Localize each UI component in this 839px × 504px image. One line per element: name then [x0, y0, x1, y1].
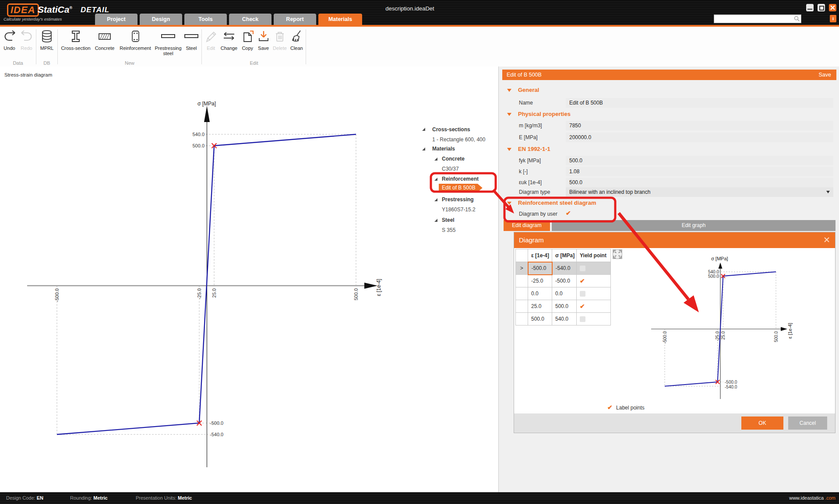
- yield-cell[interactable]: [577, 275, 611, 287]
- mprl-button[interactable]: MPRL: [37, 27, 56, 51]
- statusbar: Design Code: EN Rounding: Metric Present…: [0, 492, 839, 504]
- maximize-button[interactable]: [818, 4, 825, 11]
- expander-icon[interactable]: [422, 147, 425, 150]
- expander-icon[interactable]: [422, 128, 425, 131]
- ribbon-group-db: MPRL DB: [37, 27, 56, 66]
- ribbon-group-edit: Edit Change Copy: [203, 27, 305, 66]
- expander-icon[interactable]: [434, 158, 437, 161]
- titlebar: IDEA StatiCa® DETAIL Calculate yesterday…: [0, 0, 839, 25]
- tree-item-y1860s7[interactable]: Y1860S7-15.2: [442, 206, 476, 213]
- redo-button[interactable]: Redo: [18, 27, 35, 51]
- expander-icon[interactable]: [434, 198, 437, 201]
- cancel-button[interactable]: Cancel: [788, 416, 827, 430]
- yield-cell[interactable]: [577, 300, 611, 313]
- sigma-cell[interactable]: 0.0: [552, 287, 577, 300]
- eps-cell[interactable]: -500.0: [528, 262, 552, 275]
- ribbon-group-label: DB: [37, 60, 56, 66]
- close-button[interactable]: [829, 4, 836, 11]
- yield-cell[interactable]: [577, 313, 611, 326]
- name-field[interactable]: Edit of B 500B: [566, 98, 833, 108]
- cross-section-button[interactable]: Cross-section: [59, 27, 92, 51]
- tree-item-edit-of-b500b[interactable]: Edit of B 500B: [439, 184, 483, 192]
- k-field[interactable]: 1.08: [566, 167, 833, 176]
- tab-design[interactable]: Design: [140, 14, 182, 25]
- save-button[interactable]: Save: [256, 27, 271, 51]
- sigma-cell[interactable]: -540.0: [552, 262, 577, 275]
- row-selector[interactable]: [516, 287, 528, 300]
- yield-checkbox[interactable]: [580, 291, 585, 297]
- yield-checkbox[interactable]: [580, 266, 585, 271]
- tree-item-reinforcement[interactable]: Reinforcement: [442, 176, 479, 182]
- prestressing-steel-button[interactable]: Prestressing steel: [154, 27, 183, 56]
- fyk-field[interactable]: 500.0: [566, 156, 833, 165]
- minimize-button[interactable]: [806, 4, 814, 11]
- tree-item-s355[interactable]: S 355: [442, 227, 455, 233]
- expander-icon[interactable]: [434, 219, 437, 222]
- e-field[interactable]: 200000.0: [566, 133, 833, 142]
- m-field[interactable]: 7850: [566, 121, 833, 130]
- tree-item-prestressing[interactable]: Prestressing: [442, 196, 474, 203]
- yield-checkbox[interactable]: [580, 303, 585, 310]
- diagram-by-user-checkbox[interactable]: [566, 210, 571, 217]
- tree-item-materials[interactable]: Materials: [432, 146, 455, 152]
- diagram-by-user-label: Diagram by user: [519, 209, 557, 219]
- sigma-cell[interactable]: 540.0: [552, 313, 577, 326]
- steel-button[interactable]: Steel: [183, 27, 200, 51]
- ribbon-separator: [57, 29, 58, 64]
- tree-item-c30-37[interactable]: C30/37: [442, 166, 459, 172]
- eps-cell[interactable]: -25.0: [528, 275, 552, 287]
- tab-report[interactable]: Report: [274, 14, 316, 25]
- delete-button[interactable]: Delete: [271, 27, 288, 51]
- sigma-cell[interactable]: -500.0: [552, 275, 577, 287]
- edit-diagram-button[interactable]: Edit diagram: [504, 220, 550, 231]
- section-collapse-icon[interactable]: [507, 113, 511, 116]
- change-button[interactable]: Change: [219, 27, 239, 51]
- panel-save-button[interactable]: Save: [819, 70, 832, 80]
- tab-project[interactable]: Project: [95, 14, 137, 25]
- search-input[interactable]: [715, 15, 793, 23]
- section-collapse-icon[interactable]: [507, 202, 511, 205]
- cross-section-icon: [68, 29, 83, 45]
- row-selector[interactable]: [516, 275, 528, 287]
- dialog-close-icon[interactable]: [824, 237, 830, 243]
- expand-table-button[interactable]: [613, 249, 622, 259]
- website-link[interactable]: www.ideastatica .com: [789, 492, 835, 504]
- tab-tools[interactable]: Tools: [184, 14, 227, 25]
- x-axis-arrow: [781, 327, 787, 331]
- diagram-type-label: Diagram type: [519, 187, 550, 197]
- eps-cell[interactable]: 25.0: [528, 300, 552, 313]
- yield-cell[interactable]: [577, 262, 611, 275]
- tab-check[interactable]: Check: [229, 14, 271, 25]
- sigma-cell[interactable]: 500.0: [552, 300, 577, 313]
- xtick-neg500: -500.0: [663, 331, 667, 344]
- label-points-row: Label points: [607, 404, 645, 411]
- yield-checkbox[interactable]: [580, 277, 585, 284]
- yield-checkbox[interactable]: [580, 316, 585, 322]
- diagram-type-dropdown[interactable]: Bilinear with an inclined top branch: [566, 187, 833, 197]
- expander-icon[interactable]: [434, 178, 437, 181]
- tab-materials[interactable]: Materials: [318, 14, 362, 25]
- tree-item-rectangle[interactable]: 1 - Rectangle 600, 400: [432, 136, 485, 143]
- reinforcement-button[interactable]: Reinforcement: [117, 27, 154, 51]
- undo-button[interactable]: Undo: [1, 27, 18, 51]
- tree-item-steel[interactable]: Steel: [442, 217, 455, 223]
- euk-field[interactable]: 500.0: [566, 178, 833, 187]
- concrete-button[interactable]: Concrete: [92, 27, 117, 51]
- tree-item-concrete[interactable]: Concrete: [442, 156, 465, 162]
- clean-button[interactable]: Clean: [289, 27, 305, 51]
- edit-button[interactable]: Edit: [203, 27, 219, 51]
- ok-button[interactable]: OK: [741, 416, 783, 430]
- label-points-checkbox[interactable]: [607, 404, 613, 411]
- row-selector[interactable]: >: [516, 262, 528, 275]
- info-button[interactable]: i: [830, 15, 836, 22]
- edit-graph-button[interactable]: Edit graph: [552, 220, 835, 231]
- row-selector[interactable]: [516, 300, 528, 313]
- section-collapse-icon[interactable]: [507, 148, 511, 151]
- tree-item-cross-sections[interactable]: Cross-sections: [432, 126, 470, 133]
- row-selector[interactable]: [516, 313, 528, 326]
- copy-button[interactable]: Copy: [240, 27, 256, 51]
- yield-cell[interactable]: [577, 287, 611, 300]
- eps-cell[interactable]: 500.0: [528, 313, 552, 326]
- section-collapse-icon[interactable]: [507, 89, 511, 92]
- eps-cell[interactable]: 0.0: [528, 287, 552, 300]
